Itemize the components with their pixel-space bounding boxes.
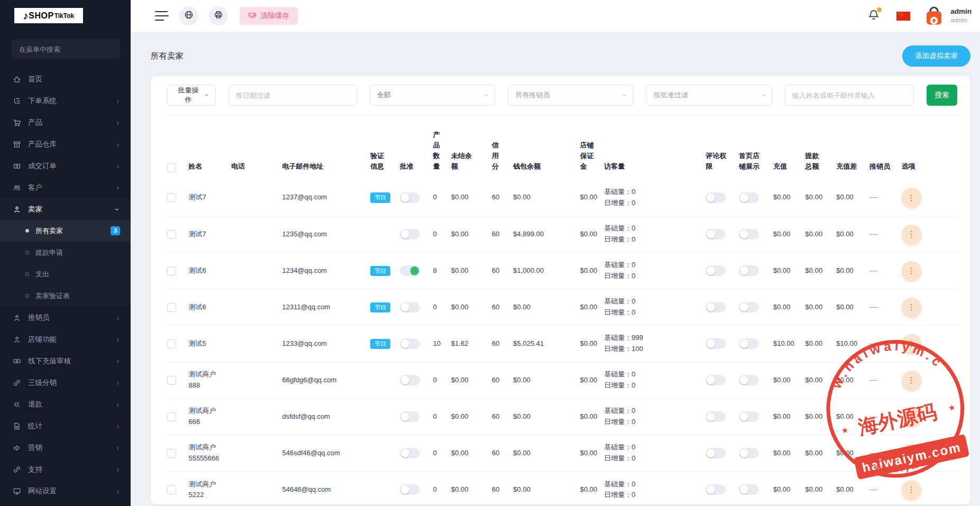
homepage-display-toggle[interactable] xyxy=(739,448,759,458)
name-email-search-input[interactable] xyxy=(785,85,914,106)
approve-toggle[interactable] xyxy=(400,448,420,458)
homepage-display-toggle[interactable] xyxy=(739,338,759,349)
row-options-button[interactable]: ⋮ xyxy=(902,480,921,500)
row-options-button[interactable]: ⋮ xyxy=(902,334,921,354)
sidebar-subitem-seller-verification[interactable]: 卖家验证表 xyxy=(0,285,131,307)
sidebar-item-order-system[interactable]: 下单系统› xyxy=(0,90,131,112)
name-cell: 测试7 xyxy=(188,180,231,216)
review-permission-toggle[interactable] xyxy=(706,375,726,385)
row-checkbox[interactable] xyxy=(167,303,176,312)
row-options-button[interactable]: ⋮ xyxy=(902,444,921,463)
sidebar-subitem-expenses[interactable]: 支出 xyxy=(0,263,131,285)
approve-toggle[interactable] xyxy=(400,302,420,312)
review-permission-toggle[interactable] xyxy=(706,265,726,276)
sidebar-item-marketing[interactable]: 营销› xyxy=(0,437,131,458)
sidebar-item-completed-orders[interactable]: 成交订单› xyxy=(0,155,131,177)
toggle-knob xyxy=(401,485,409,494)
select-all-checkbox[interactable] xyxy=(167,163,176,172)
sidebar-item-support[interactable]: 支持› xyxy=(0,458,131,480)
row-checkbox[interactable] xyxy=(167,230,176,239)
approval-filter-select[interactable]: 按批准过滤 › xyxy=(646,85,772,106)
verification-cell xyxy=(370,435,400,472)
homepage-display-toggle[interactable] xyxy=(739,375,759,385)
search-button[interactable]: 搜索 xyxy=(927,85,957,106)
homepage-display-toggle[interactable] xyxy=(739,265,759,276)
email-cell: 1235@qq.com xyxy=(282,216,370,253)
brand-logo[interactable]: ♪ SHOP TikTok xyxy=(14,8,83,23)
review-permission-toggle[interactable] xyxy=(706,484,726,495)
sidebar-item-shop-features[interactable]: 店铺功能› xyxy=(0,328,131,350)
homepage-display-toggle[interactable] xyxy=(739,192,759,203)
approve-toggle[interactable] xyxy=(400,411,420,422)
review-permission-toggle[interactable] xyxy=(706,192,726,203)
user-menu[interactable]: admin admin xyxy=(950,7,972,24)
date-filter-input[interactable] xyxy=(228,85,357,106)
row-checkbox[interactable] xyxy=(167,449,176,458)
row-options-button[interactable]: ⋮ xyxy=(902,225,921,244)
sidebar-item-salesmen[interactable]: 推销员› xyxy=(0,307,131,328)
row-options-button[interactable]: ⋮ xyxy=(902,298,921,317)
sidebar-item-offline-recharge[interactable]: 线下充值审核› xyxy=(0,350,131,372)
status-select[interactable]: 全部 › xyxy=(370,85,495,106)
salesman-select[interactable]: 所有推销员 › xyxy=(508,85,633,106)
avatar[interactable] xyxy=(923,5,945,27)
homepage-display-toggle[interactable] xyxy=(739,302,759,312)
sidebar-item-customers[interactable]: 客户› xyxy=(0,177,131,198)
toggle-knob xyxy=(707,376,715,384)
menu-search-input[interactable] xyxy=(12,39,120,59)
language-globe-button[interactable] xyxy=(179,6,198,25)
sidebar-item-statistics[interactable]: 统计› xyxy=(0,415,131,437)
add-virtual-seller-button[interactable]: 添加虚拟卖家 xyxy=(902,45,970,67)
checkbox-cell xyxy=(167,472,188,504)
row-options-button[interactable]: ⋮ xyxy=(902,407,921,427)
row-checkbox[interactable] xyxy=(167,485,176,494)
chevron-right-icon: › xyxy=(116,119,119,126)
bulk-actions-label: 批量操作 xyxy=(175,86,202,105)
row-checkbox[interactable] xyxy=(167,339,176,348)
review-permission-toggle[interactable] xyxy=(706,448,726,458)
row-checkbox[interactable] xyxy=(167,193,176,202)
approve-toggle[interactable] xyxy=(400,192,420,203)
sidebar-item-product-warehouse[interactable]: 产品仓库› xyxy=(0,133,131,155)
clear-cache-button[interactable]: 清除缓存 xyxy=(240,7,298,25)
approve-toggle[interactable] xyxy=(400,229,420,240)
row-options-button[interactable]: ⋮ xyxy=(902,261,921,281)
review-permission-toggle[interactable] xyxy=(706,338,726,349)
sidebar-subitem-all-sellers[interactable]: 所有卖家3 xyxy=(0,220,131,242)
notifications-button[interactable] xyxy=(868,9,880,23)
review-permission-toggle[interactable] xyxy=(706,411,726,422)
china-flag-icon[interactable] xyxy=(896,12,910,21)
row-checkbox[interactable] xyxy=(167,412,176,421)
shop-deposit-cell: $0.00 xyxy=(580,399,605,435)
review-permission-toggle[interactable] xyxy=(706,229,726,240)
row-options-button[interactable]: ⋮ xyxy=(902,188,921,207)
sidebar-subitem-withdraw-requests[interactable]: 提款申请 xyxy=(0,242,131,263)
toggle-knob xyxy=(740,230,748,238)
sidebar-item-sellers[interactable]: 卖家› xyxy=(0,198,131,220)
verification-cell: 节目 xyxy=(370,289,400,326)
row-checkbox[interactable] xyxy=(167,266,176,275)
approve-toggle[interactable] xyxy=(400,484,420,495)
email-cell: 66gfdg6@qq.com xyxy=(282,362,370,399)
review-permission-toggle[interactable] xyxy=(706,302,726,312)
sidebar-item-home[interactable]: 首页 xyxy=(0,68,131,90)
link-icon xyxy=(13,379,21,387)
sidebar-item-three-level[interactable]: 三级分销› xyxy=(0,372,131,393)
row-options-button[interactable]: ⋮ xyxy=(902,371,921,390)
sidebar-item-site-settings[interactable]: 网站设置› xyxy=(0,480,131,502)
approve-toggle[interactable] xyxy=(400,338,420,349)
approve-toggle[interactable] xyxy=(400,265,420,276)
approve-toggle[interactable] xyxy=(400,375,420,385)
sidebar-item-label: 首页 xyxy=(28,75,42,84)
bulk-actions-dropdown[interactable]: 批量操作 › xyxy=(167,85,216,106)
homepage-display-toggle[interactable] xyxy=(739,484,759,495)
menu-toggle-icon[interactable] xyxy=(155,11,169,21)
sidebar-item-refund[interactable]: 退款› xyxy=(0,393,131,415)
warehouse-icon xyxy=(13,140,21,149)
row-checkbox[interactable] xyxy=(167,376,176,385)
sidebar-item-product[interactable]: 产品› xyxy=(0,112,131,133)
homepage-display-toggle[interactable] xyxy=(739,411,759,422)
column-header: 信 用 分 xyxy=(492,115,513,180)
homepage-display-toggle[interactable] xyxy=(739,229,759,240)
print-button[interactable] xyxy=(209,6,228,25)
